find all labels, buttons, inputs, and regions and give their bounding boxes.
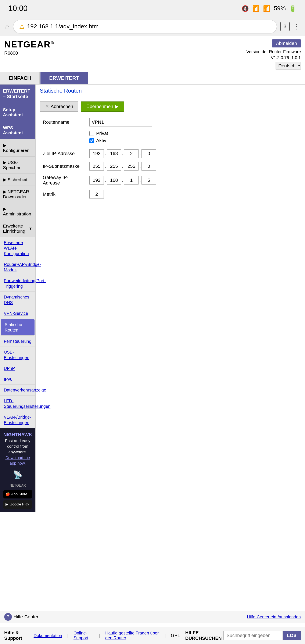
sidebar-sub-item-fernsteuerung[interactable]: Fernsteuerung [0, 336, 35, 347]
abmelden-button[interactable]: Abmelden [272, 40, 301, 48]
main-layout: ERWEITERT – Startseite Setup-Assistent W… [0, 84, 305, 512]
privat-row: Privat [90, 131, 298, 136]
sidebar-item-konfigurieren[interactable]: ▶ Konfigurieren [0, 140, 35, 156]
sidebar-item-erweitert-startseite[interactable]: ERWEITERT – Startseite [0, 84, 35, 104]
sidebar-sub-item-ipv6[interactable]: IPv6 [0, 374, 35, 385]
gateway-octet-2[interactable] [107, 176, 121, 184]
subnet-octet-4[interactable] [142, 162, 156, 170]
url-text: 192.168.1.1/adv_index.htm [27, 23, 99, 30]
url-bar[interactable]: ⚠ 192.168.1.1/adv_index.htm [13, 20, 277, 33]
sidebar-sub-item-vlan-bridge[interactable]: VLAN-/Bridge-Einstellungen [0, 412, 35, 428]
sidebar-sub-item-upnp[interactable]: UPnP [0, 363, 35, 374]
ad-tagline: Fast and easy control from anywhere. [4, 438, 32, 455]
gateway-group: . . . [90, 176, 298, 184]
content-area: Statische Routen ✕ Abbrechen Übernehmen … [36, 84, 305, 512]
sidebar-sub-menu: Erweiterte WLAN-Konfiguration Router-/AP… [0, 237, 35, 428]
gateway-octet-3[interactable] [124, 176, 138, 184]
privat-label: Privat [96, 131, 108, 136]
brand-model: R6800 [4, 50, 54, 56]
status-bar: 10:00 🔇 📶 📶 59% 🔋 [0, 0, 305, 17]
subnet-octet-1[interactable] [90, 162, 104, 170]
tab-count[interactable]: 3 [280, 22, 290, 31]
routenname-input[interactable] [90, 118, 152, 126]
sidebar-item-wps-assistent[interactable]: WPS-Assistent [0, 122, 35, 140]
subnet-octet-2[interactable] [107, 162, 121, 170]
aktiv-checkbox[interactable] [90, 138, 94, 143]
routenname-label: Routenname [40, 116, 86, 128]
metrik-label: Metrik [40, 188, 86, 200]
aktiv-row: Aktiv [90, 138, 298, 144]
sidebar-sub-item-datenverkehrsanzeige[interactable]: Datenverkehrsanzeige [0, 385, 35, 396]
ziel-ip-label: Ziel IP-Adresse [40, 147, 86, 160]
browser-bar: ⌂ ⚠ 192.168.1.1/adv_index.htm 3 ⋮ [0, 17, 305, 36]
sidebar-sub-item-router-ap-bridge[interactable]: Router-/AP-/Bridge-Modus [0, 259, 35, 276]
form-row-routenname: Routenname [40, 116, 301, 128]
sidebar-item-netgear-downloader[interactable]: ▶ NETGEAR Downloader [0, 186, 35, 203]
apply-button[interactable]: Übernehmen ▶ [81, 102, 124, 112]
sidebar-sub-item-dynamisches-dns[interactable]: Dynamisches DNS [0, 292, 35, 308]
wifi-icon: 📶 [252, 5, 260, 12]
ad-download-link[interactable]: Download the app now. [5, 456, 30, 466]
battery-icon: 🔋 [289, 5, 296, 12]
sidebar-item-administration[interactable]: ▶ Administration [0, 203, 35, 220]
sidebar-sub-item-vpn-service[interactable]: VPN-Service [0, 308, 35, 319]
home-icon[interactable]: ⌂ [5, 22, 10, 31]
tab-einfach[interactable]: EINFACH [0, 72, 40, 84]
sidebar-item-sicherheit[interactable]: ▶ Sicherheit [0, 174, 35, 186]
form-row-metrik: Metrik [40, 188, 301, 200]
subnet-octet-3[interactable] [124, 162, 138, 170]
subnet-cell: . . . [86, 160, 301, 173]
form-divider [40, 203, 301, 203]
sidebar-item-erweiterte-einrichtung[interactable]: Erweiterte Einrichtung ▼ [0, 220, 35, 237]
ziel-ip-octet-1[interactable] [90, 149, 104, 158]
mute-icon: 🔇 [242, 5, 249, 12]
sidebar: ERWEITERT – Startseite Setup-Assistent W… [0, 84, 36, 512]
form-row-privat: Privat Aktiv [40, 128, 301, 147]
sidebar-sub-item-usb-einstellungen[interactable]: USB-Einstellungen [0, 347, 35, 363]
ziel-ip-octet-3[interactable] [124, 149, 138, 158]
apple-icon: 🍎 [6, 492, 10, 497]
help-center-bar: ? Hilfe-Center Hilfe-Center ein-/ausblen… [0, 611, 305, 623]
form-row-ziel-ip: Ziel IP-Adresse . . . [40, 147, 301, 160]
sidebar-sub-item-wlan-konfiguration[interactable]: Erweiterte WLAN-Konfiguration [0, 237, 35, 259]
sidebar-item-setup-assistent[interactable]: Setup-Assistent [0, 104, 35, 122]
gateway-octet-1[interactable] [90, 176, 104, 184]
sidebar-sub-item-led-steuerung[interactable]: LED-Steuerungseinstellungen [0, 396, 35, 412]
language-select[interactable]: Deutsch [276, 62, 301, 70]
aktiv-label: Aktiv [96, 138, 106, 144]
sidebar-sub-item-statische-routen[interactable]: Statische Routen [1, 319, 34, 336]
form-area: ✕ Abbrechen Übernehmen ▶ Routenname [36, 97, 305, 209]
google-play-btn[interactable]: ▶ Google Play [4, 500, 32, 509]
tab-erweitert[interactable]: ERWEITERT [40, 72, 88, 84]
sidebar-ad: NIGHTHAWK Fast and easy control from any… [0, 428, 35, 512]
cancel-button[interactable]: ✕ Abbrechen [40, 102, 78, 112]
brand-area: NETGEAR® R6800 [4, 40, 54, 56]
brand-label: NETGEAR [4, 483, 32, 488]
metrik-input[interactable] [90, 190, 104, 198]
subnet-group: . . . [90, 162, 298, 170]
ziel-ip-octet-2[interactable] [107, 149, 121, 158]
help-center-toggle-link[interactable]: Hilfe-Center ein-/ausblenden [247, 614, 301, 620]
router-header: NETGEAR® R6800 Abmelden Version der Rout… [0, 36, 305, 72]
signal-icon: 📶 [263, 5, 270, 12]
brand-logo: NETGEAR® [4, 40, 54, 50]
sidebar-sub-item-portweiterleitung[interactable]: Portweiterleitung/Port-Triggering [0, 276, 35, 292]
arrow-icon: ▶ [115, 104, 118, 109]
sidebar-item-usb-speicher[interactable]: ▶ USB-Speicher [0, 156, 35, 174]
app-store-buttons: 🍎 App Store ▶ Google Play [4, 490, 32, 509]
help-center-title: ? Hilfe-Center [4, 613, 38, 621]
gateway-octet-4[interactable] [142, 176, 156, 184]
status-icons: 🔇 📶 📶 59% 🔋 [242, 5, 296, 12]
page-title: Statische Routen [36, 84, 305, 97]
chevron-down-icon: ▼ [28, 226, 32, 231]
header-right: Abmelden Version der Router-Firmware V1.… [246, 40, 301, 70]
app-store-btn[interactable]: 🍎 App Store [4, 490, 32, 498]
battery-text: 59% [274, 5, 286, 12]
metrik-cell [86, 188, 301, 200]
form-table: Routenname Privat [40, 116, 301, 200]
ziel-ip-octet-4[interactable] [142, 149, 156, 158]
more-menu-icon[interactable]: ⋮ [293, 22, 300, 30]
help-icon: ? [4, 613, 12, 621]
warning-icon: ⚠ [19, 23, 24, 30]
privat-checkbox[interactable] [90, 131, 94, 136]
